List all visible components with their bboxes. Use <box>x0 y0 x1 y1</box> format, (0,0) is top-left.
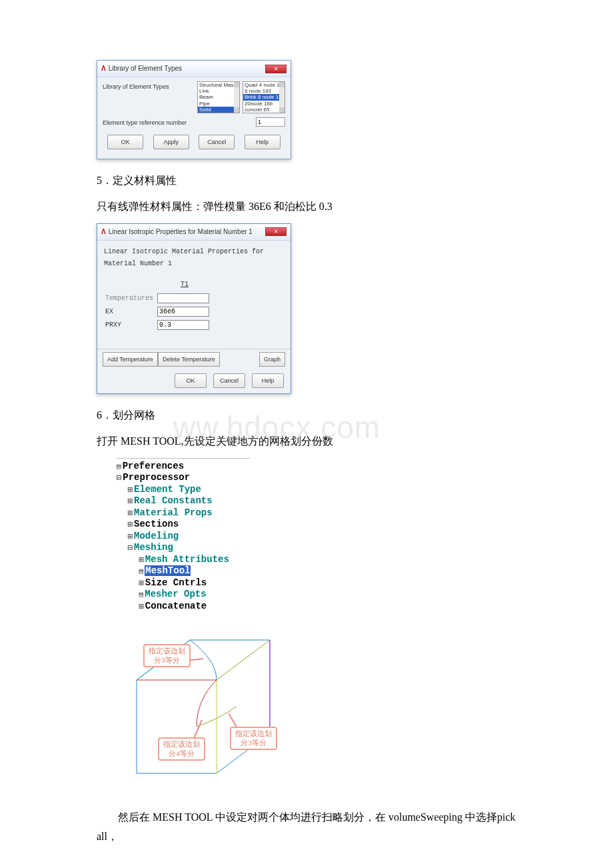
dialog1-title: Library of Element Types <box>109 65 182 72</box>
page-icon <box>117 461 123 471</box>
expand-icon[interactable] <box>128 507 134 518</box>
tree-element-type[interactable]: Element Type <box>134 484 201 495</box>
scrollbar[interactable] <box>279 82 285 113</box>
tree-mesher-opts[interactable]: Mesher Opts <box>145 589 206 599</box>
page-icon <box>139 589 145 599</box>
library-label: Library of Element Types <box>103 81 195 92</box>
help-button[interactable]: Help <box>252 373 284 388</box>
dialog2-title: Linear Isotropic Properties for Material… <box>109 228 253 235</box>
tree-preferences[interactable]: Preferences <box>123 461 184 471</box>
row-temperatures: Temperatures <box>105 293 156 305</box>
scrollbar[interactable] <box>234 82 239 113</box>
tree-mesh-attributes[interactable]: Mesh Attributes <box>145 554 229 565</box>
tree-meshing[interactable]: Meshing <box>134 542 173 553</box>
ok-button[interactable]: OK <box>107 135 143 149</box>
tree-preprocessor[interactable]: Preprocessor <box>123 472 190 483</box>
row-ex: EX <box>105 306 156 318</box>
close-icon[interactable]: ✕ <box>265 227 287 236</box>
library-element-types-dialog: ΛLibrary of Element Types ✕ Library of E… <box>97 60 291 159</box>
expand-icon[interactable] <box>139 554 145 565</box>
refnum-label: Element type reference number <box>103 117 256 128</box>
expand-icon[interactable] <box>128 531 134 541</box>
section-6-heading: 6．划分网格 <box>97 406 516 425</box>
page-icon <box>139 565 145 576</box>
expand-icon[interactable] <box>128 519 134 529</box>
refnum-input[interactable] <box>256 117 285 127</box>
delete-temperature-button[interactable]: Delete Temperature <box>158 352 220 367</box>
tree-material-props[interactable]: Material Props <box>134 507 213 518</box>
element-category-listbox[interactable]: Structural Mass Link Beam Pipe Solid She… <box>197 81 240 113</box>
tree-size-cntrls[interactable]: Size Cntrls <box>145 577 207 588</box>
section-5-heading: 5．定义材料属性 <box>97 171 516 191</box>
para-after-figure: 然后在 MESH TOOL 中设定对两个体均进行扫略划分，在 volumeSwe… <box>97 808 516 847</box>
callout-edge-3a: 指定该边划分3等分 <box>143 644 191 667</box>
element-type-listbox[interactable]: Quad 4 node 182 8 node 183 Brick 8 node … <box>243 81 285 113</box>
col-t1: T1 <box>157 278 212 291</box>
svg-line-1 <box>217 640 270 680</box>
temperature-input[interactable] <box>157 293 209 303</box>
expand-icon[interactable] <box>139 577 145 588</box>
prxy-input[interactable] <box>157 320 209 330</box>
material-prop-table: T1 Temperatures EX PRXY <box>104 277 213 333</box>
dialog-titlebar: ΛLinear Isotropic Properties for Materia… <box>97 224 291 241</box>
tree-real-constants[interactable]: Real Constants <box>134 495 213 506</box>
expand-icon[interactable] <box>128 484 134 495</box>
cancel-button[interactable]: Cancel <box>213 373 245 388</box>
callout-edge-4: 指定该边划分4等分 <box>158 737 205 760</box>
expand-icon[interactable] <box>139 601 145 611</box>
expand-icon[interactable] <box>128 495 134 506</box>
tree-sections[interactable]: Sections <box>134 519 179 529</box>
help-button[interactable]: Help <box>245 135 281 149</box>
ansys-tree: Preferences Preprocessor Element Type Re… <box>117 458 516 613</box>
collapse-icon[interactable] <box>128 542 134 553</box>
tree-modeling[interactable]: Modeling <box>134 531 179 541</box>
ok-button[interactable]: OK <box>175 373 207 388</box>
lambda-icon: Λ <box>101 228 106 235</box>
section-5-body: 只有线弹性材料属性：弹性模量 36E6 和泊松比 0.3 <box>97 197 516 217</box>
close-icon[interactable]: ✕ <box>265 65 287 73</box>
linear-isotropic-dialog: ΛLinear Isotropic Properties for Materia… <box>97 223 291 394</box>
callout-edge-3b: 指定该边划分3等分 <box>230 727 277 749</box>
tree-concatenate[interactable]: Concatenate <box>145 601 207 611</box>
ex-input[interactable] <box>157 307 209 317</box>
tree-meshtool[interactable]: MeshTool <box>145 565 191 576</box>
lambda-icon: Λ <box>101 65 106 72</box>
dialog-titlebar: ΛLibrary of Element Types ✕ <box>97 61 291 77</box>
section-6-body: 打开 MESH TOOL,先设定关键地方的网格划分份数 <box>97 432 516 451</box>
add-temperature-button[interactable]: Add Temperature <box>103 352 158 367</box>
collapse-icon[interactable] <box>117 472 123 483</box>
dialog2-subtitle: Linear Isotropic Material Properties for… <box>104 246 284 270</box>
cancel-button[interactable]: Cancel <box>199 135 235 149</box>
apply-button[interactable]: Apply <box>153 135 189 149</box>
row-prxy: PRXY <box>105 319 156 331</box>
wireframe-figure: 指定该边划分3等分 指定该边划分4等分 指定该边划分3等分 <box>117 620 290 796</box>
graph-button[interactable]: Graph <box>259 352 285 367</box>
